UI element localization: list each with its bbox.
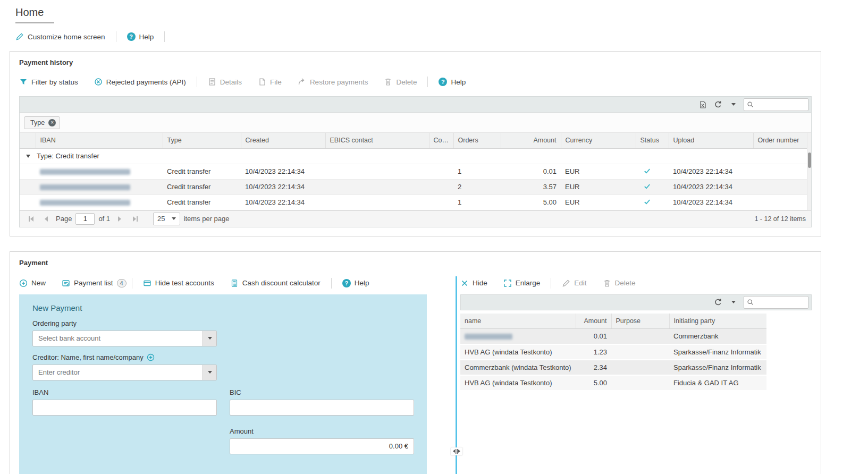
header-row: IBAN Type Created EBICS contact Conta...… xyxy=(20,133,808,148)
refresh-button[interactable] xyxy=(713,296,723,309)
list-search-input[interactable] xyxy=(756,298,805,307)
chevron-down-icon xyxy=(208,371,212,374)
payment-history-panel: Payment history Filter by status Rejecte… xyxy=(10,51,821,236)
pane-splitter[interactable] xyxy=(456,276,457,474)
list-item[interactable]: HVB AG (windata Testkonto) 5.00 Fiducia … xyxy=(460,375,766,391)
table-row[interactable]: Credit transfer 10/4/2023 22:14:34 1 0.0… xyxy=(20,164,808,179)
refresh-button[interactable] xyxy=(713,98,723,111)
payment-list-button[interactable]: Payment list 4 xyxy=(62,279,127,287)
rejected-payments-button[interactable]: Rejected payments (API) xyxy=(94,78,186,86)
column-header-created[interactable]: Created xyxy=(241,133,325,148)
redacted-name xyxy=(465,334,512,340)
pager-first-button[interactable] xyxy=(25,213,37,225)
chevron-down-icon xyxy=(731,301,736,303)
column-header-upload[interactable]: Upload xyxy=(669,133,753,148)
dropdown-button[interactable] xyxy=(203,331,216,346)
column-header-amount[interactable]: Amount xyxy=(501,133,561,148)
check-icon xyxy=(643,182,651,190)
pager-last-button[interactable] xyxy=(129,213,141,225)
dropdown-button[interactable] xyxy=(203,365,216,380)
new-payment-button[interactable]: New xyxy=(19,279,46,287)
enlarge-button[interactable]: Enlarge xyxy=(503,279,541,287)
collapse-caret-icon[interactable] xyxy=(26,155,30,158)
details-button[interactable]: Details xyxy=(208,78,242,86)
column-header-iban[interactable]: IBAN xyxy=(36,133,163,148)
amount-input[interactable] xyxy=(230,438,414,454)
column-header-status[interactable]: Status xyxy=(636,133,669,148)
grid-options-dropdown[interactable] xyxy=(728,98,739,111)
payment-list-icon xyxy=(62,279,70,287)
creditor-combobox[interactable]: Enter creditor xyxy=(32,365,217,380)
group-chip-type[interactable]: Type xyxy=(24,116,60,129)
bic-input[interactable] xyxy=(230,400,414,416)
toolbar-separator xyxy=(551,278,551,289)
cell-ebics-contact xyxy=(325,164,429,179)
iban-input[interactable] xyxy=(32,400,217,416)
pager-next-button[interactable] xyxy=(114,213,125,225)
splitter-drag-handle-icon[interactable] xyxy=(451,447,462,455)
list-item[interactable]: Commerzbank (windata Testkonto) 2.34 Spa… xyxy=(460,360,766,375)
iban-label: IBAN xyxy=(32,388,217,396)
filter-by-status-button[interactable]: Filter by status xyxy=(19,78,78,86)
export-excel-button[interactable] xyxy=(697,98,708,111)
home-help-button[interactable]: Help xyxy=(127,32,154,41)
column-header-contact[interactable]: Conta... xyxy=(429,133,453,148)
grid-vertical-scrollbar[interactable] xyxy=(807,133,811,210)
customize-home-screen-button[interactable]: Customize home screen xyxy=(15,32,105,41)
column-header-initiating-party[interactable]: Initiating party xyxy=(669,314,766,329)
column-header-currency[interactable]: Currency xyxy=(561,133,636,148)
toolbar-separator xyxy=(331,278,332,289)
column-header-orders[interactable]: Orders xyxy=(453,133,501,148)
cell-initiating-party: Fiducia & GAD IT AG xyxy=(669,375,766,391)
payment-list-toolbar: Hide Enlarge Edit Delete xyxy=(460,276,812,290)
list-item[interactable]: 0.01 Commerzbank xyxy=(460,329,766,344)
cell-created: 10/4/2023 22:14:34 xyxy=(241,179,325,194)
pager-prev-button[interactable] xyxy=(40,213,52,225)
cell-status xyxy=(636,164,669,179)
cell-purpose xyxy=(611,375,669,391)
restore-payments-label: Restore payments xyxy=(310,78,368,86)
hide-panel-button[interactable]: Hide xyxy=(460,279,487,287)
delete-button[interactable]: Delete xyxy=(384,78,417,86)
last-page-icon xyxy=(133,216,136,222)
top-toolbar: Customize home screen Help xyxy=(15,30,868,44)
column-header-purpose[interactable]: Purpose xyxy=(611,314,669,329)
payment-help-button[interactable]: Help xyxy=(342,279,369,287)
column-header-select xyxy=(20,133,36,148)
edit-button[interactable]: Edit xyxy=(562,279,586,287)
column-header-name[interactable]: name xyxy=(460,314,576,329)
page-number-input[interactable] xyxy=(75,213,95,225)
column-header-type[interactable]: Type xyxy=(163,133,241,148)
column-header-amount[interactable]: Amount xyxy=(576,314,611,329)
table-row[interactable]: Credit transfer 10/4/2023 22:14:34 1 5.0… xyxy=(20,194,808,210)
cell-iban xyxy=(36,194,163,210)
restore-payments-button[interactable]: Restore payments xyxy=(298,78,368,86)
column-header-order-number[interactable]: Order number xyxy=(753,133,808,148)
column-header-ebics-contact[interactable]: EBICS contact xyxy=(325,133,429,148)
history-help-button[interactable]: Help xyxy=(439,78,466,86)
grid-search-input[interactable] xyxy=(756,100,805,109)
add-creditor-icon[interactable] xyxy=(147,353,155,361)
filter-by-status-label: Filter by status xyxy=(31,78,78,86)
hide-test-accounts-button[interactable]: Hide test accounts xyxy=(143,279,214,287)
cell-type: Credit transfer xyxy=(163,194,241,210)
check-icon xyxy=(643,167,651,175)
ordering-party-combobox[interactable]: Select bank account xyxy=(32,331,217,346)
payment-history-title: Payment history xyxy=(10,52,821,66)
table-row[interactable]: Credit transfer 10/4/2023 22:14:34 2 3.5… xyxy=(20,179,808,194)
cash-discount-calculator-button[interactable]: Cash discount calculator xyxy=(230,279,321,287)
page-size-value: 25 xyxy=(157,215,165,223)
file-button[interactable]: File xyxy=(258,78,282,86)
header-row: name Amount Purpose Initiating party xyxy=(460,314,766,329)
cell-type: Credit transfer xyxy=(163,164,241,179)
group-row-credit-transfer[interactable]: Type: Credit transfer xyxy=(20,148,808,164)
grid-options-dropdown[interactable] xyxy=(728,296,739,309)
details-icon xyxy=(208,78,216,86)
cell-amount: 3.57 xyxy=(501,179,561,194)
page-size-dropdown[interactable]: 25 xyxy=(153,213,180,225)
chip-close-icon[interactable] xyxy=(48,119,56,126)
scrollbar-thumb[interactable] xyxy=(808,153,811,168)
list-item[interactable]: HVB AG (windata Testkonto) 1.23 Sparkass… xyxy=(460,344,766,360)
chevron-down-icon xyxy=(731,103,736,106)
delete-payment-button[interactable]: Delete xyxy=(603,279,636,287)
